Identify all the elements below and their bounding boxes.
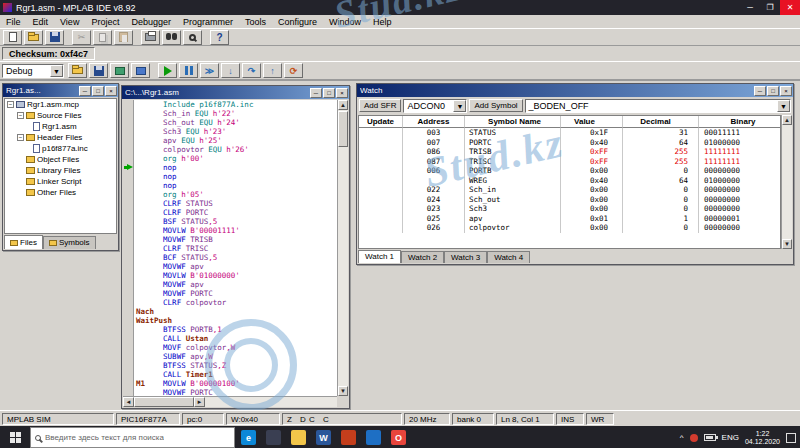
menu-item-project[interactable]: Project — [85, 15, 125, 29]
add-symbol-button[interactable]: Add Symbol — [469, 99, 522, 112]
column-header[interactable]: Binary — [699, 116, 781, 128]
watch-row[interactable]: 006PORTB0x00000000000 — [359, 166, 780, 176]
scroll-left-arrow[interactable]: ◄ — [123, 397, 134, 407]
menu-item-tools[interactable]: Tools — [239, 15, 272, 29]
menu-item-debugger[interactable]: Debugger — [125, 15, 177, 29]
update-cell[interactable] — [359, 185, 403, 195]
code-line[interactable]: nop — [123, 163, 337, 172]
copy-button[interactable] — [93, 30, 112, 45]
update-cell[interactable] — [359, 128, 403, 138]
watch-row[interactable]: 086TRISB0xFF25511111111 — [359, 147, 780, 157]
step-over-button[interactable]: ↷ — [242, 63, 261, 78]
tree-node-object-files[interactable]: Object Files — [5, 154, 116, 165]
code-line[interactable]: CLRF TRISC — [123, 244, 337, 253]
watch-row[interactable]: 024Sch_out0x00000000000 — [359, 195, 780, 205]
code-line[interactable]: MOVWF apv — [123, 262, 337, 271]
symbol-select[interactable]: _BODEN_OFF ▼ — [525, 99, 791, 113]
menu-item-view[interactable]: View — [54, 15, 85, 29]
cut-button[interactable]: ✂ — [72, 30, 91, 45]
tree-node-linker-script[interactable]: Linker Script — [5, 176, 116, 187]
maximize-button[interactable]: □ — [323, 88, 335, 98]
start-button[interactable] — [0, 426, 30, 448]
tree-node-header-files[interactable]: −Header Files — [5, 132, 116, 143]
menu-item-edit[interactable]: Edit — [27, 15, 55, 29]
watch-window-titlebar[interactable]: Watch ─ □ × — [357, 84, 793, 97]
find-next-button[interactable] — [183, 30, 202, 45]
menu-item-programmer[interactable]: Programmer — [177, 15, 239, 29]
code-line[interactable]: nop — [123, 181, 337, 190]
animate-button[interactable]: ≫ — [200, 63, 219, 78]
sfr-select[interactable]: ADCON0 ▼ — [403, 99, 467, 113]
paste-button[interactable] — [114, 30, 133, 45]
build-button[interactable] — [110, 63, 129, 78]
debug-mode-select[interactable]: Debug ▼ — [2, 64, 64, 78]
code-line[interactable]: BCF STATUS,5 — [123, 253, 337, 262]
dropdown-arrow-icon[interactable]: ▼ — [777, 100, 790, 112]
dropdown-arrow-icon[interactable]: ▼ — [453, 100, 466, 112]
tree-expander-icon[interactable]: − — [7, 101, 14, 108]
maximize-button[interactable]: ❐ — [760, 0, 780, 15]
watch-tab-watch-3[interactable]: Watch 3 — [444, 251, 487, 263]
print-button[interactable] — [141, 30, 160, 45]
code-line[interactable]: CLRF PORTC — [123, 208, 337, 217]
watch-tab-watch-2[interactable]: Watch 2 — [401, 251, 444, 263]
code-line[interactable]: org h'00' — [123, 154, 337, 163]
close-button[interactable]: × — [105, 86, 117, 96]
edge-icon[interactable]: e — [241, 430, 256, 445]
project-window-titlebar[interactable]: Rgr1.as... ─ □ × — [3, 84, 118, 97]
reset-button[interactable]: ⟳ — [284, 63, 303, 78]
tree-file-rgr1.asm[interactable]: Rgr1.asm — [5, 121, 116, 132]
code-line[interactable]: MOVWF apv — [123, 280, 337, 289]
battery-icon[interactable] — [704, 434, 716, 441]
code-line[interactable]: WaitPush — [123, 316, 337, 325]
watch-row[interactable]: 003STATUS0x1F3100011111 — [359, 128, 780, 138]
code-line[interactable]: SUBWF apv,W — [123, 352, 337, 361]
minimize-button[interactable]: ─ — [754, 86, 766, 96]
code-line[interactable]: CLRF STATUS — [123, 199, 337, 208]
scroll-right-arrow[interactable]: ► — [194, 397, 205, 407]
tray-chevron-icon[interactable]: ^ — [680, 433, 684, 442]
code-line[interactable]: Sch_in EQU h'22' — [123, 109, 337, 118]
code-area[interactable]: Include p16f877A.inc Sch_in EQU h'22' Sc… — [123, 100, 337, 396]
scrollbar-thumb[interactable] — [134, 397, 194, 407]
project-root-node[interactable]: −Rgr1.asm.mcp — [5, 99, 116, 110]
code-line[interactable]: apv EQU h'25' — [123, 136, 337, 145]
code-line[interactable]: Include p16f877A.inc — [123, 100, 337, 109]
tray-app-icon[interactable] — [690, 434, 698, 442]
code-line[interactable]: MOVLW B'00001111' — [123, 226, 337, 235]
halt-button[interactable] — [179, 63, 198, 78]
close-button[interactable]: × — [336, 88, 348, 98]
code-line[interactable]: BTFSS STATUS,Z — [123, 361, 337, 370]
code-line[interactable]: MOVWF PORTC — [123, 388, 337, 396]
update-cell[interactable] — [359, 147, 403, 157]
column-header[interactable]: Decimal — [623, 116, 699, 128]
update-cell[interactable] — [359, 176, 403, 186]
language-indicator[interactable]: ENG — [722, 433, 739, 442]
code-line[interactable]: CALL Ustan — [123, 334, 337, 343]
minimize-button[interactable]: ─ — [79, 86, 91, 96]
tree-file-p16f877a.inc[interactable]: p16f877a.inc — [5, 143, 116, 154]
tree-expander-icon[interactable]: − — [17, 134, 24, 141]
code-line[interactable]: CALL Timer1 — [123, 370, 337, 379]
update-cell[interactable] — [359, 223, 403, 233]
editor-horizontal-scrollbar[interactable]: ◄ ► — [123, 396, 337, 407]
watch-row[interactable]: 025apv0x01100000001 — [359, 214, 780, 224]
maximize-button[interactable]: □ — [92, 86, 104, 96]
app-icon-dark[interactable] — [266, 430, 281, 445]
editor-window-titlebar[interactable]: C:\...\Rgr1.asm ─ □ × — [122, 86, 349, 99]
taskbar-clock[interactable]: 1:22 04.12.2020 — [745, 430, 780, 446]
run-button[interactable] — [158, 63, 177, 78]
code-line[interactable]: colpovtor EQU h'26' — [123, 145, 337, 154]
project-tab-files[interactable]: Files — [4, 235, 43, 249]
app-icon-red[interactable] — [341, 430, 356, 445]
code-line[interactable]: Nach — [123, 307, 337, 316]
code-line[interactable]: Sch3 EQU h'23' — [123, 127, 337, 136]
column-header[interactable]: Symbol Name — [465, 116, 561, 128]
app-icon-blue[interactable] — [366, 430, 381, 445]
watch-row[interactable]: 026colpovtor0x00000000000 — [359, 223, 780, 233]
code-line[interactable]: BTFSS PORTB,1 — [123, 325, 337, 334]
scrollbar-thumb[interactable] — [338, 111, 348, 147]
menu-item-file[interactable]: File — [0, 15, 27, 29]
column-header[interactable]: Value — [561, 116, 623, 128]
menu-item-configure[interactable]: Configure — [272, 15, 323, 29]
